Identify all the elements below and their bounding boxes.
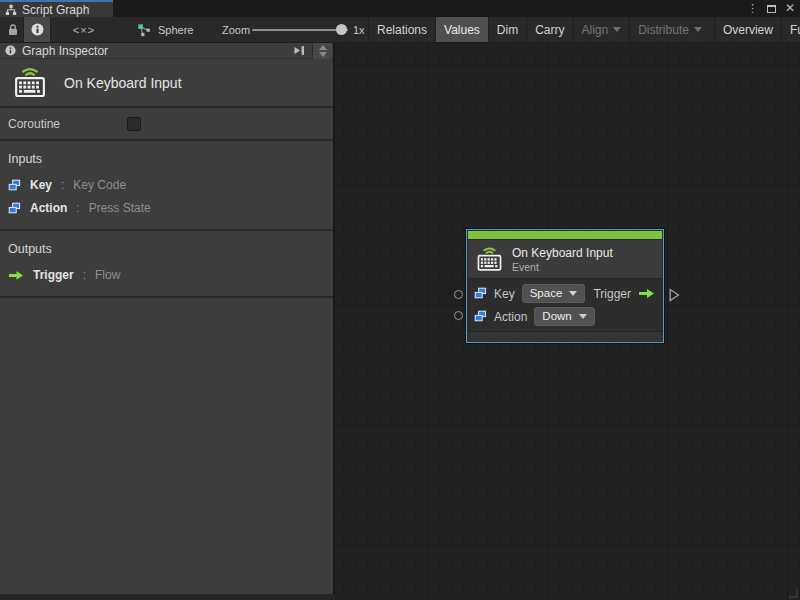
relations-button[interactable]: Relations <box>368 17 435 42</box>
keyboard-icon <box>476 246 503 273</box>
chevron-down-icon <box>613 27 621 32</box>
edit-source-button[interactable]: <×> <box>62 17 106 42</box>
key-port-label: Key <box>494 287 515 301</box>
zoom-slider-handle[interactable] <box>336 24 347 35</box>
outputs-section: Outputs Trigger : Flow <box>0 231 333 298</box>
node-row-key: Key Space Trigger <box>474 282 657 305</box>
trigger-port-label: Trigger <box>593 287 631 301</box>
port-colon: : <box>76 201 79 215</box>
toolbar-buttons: Relations Values Dim Carry Align Distrib… <box>368 17 800 42</box>
carry-button[interactable]: Carry <box>526 17 572 42</box>
outputs-heading: Outputs <box>8 242 333 256</box>
value-port-icon <box>8 202 21 215</box>
key-input-port-connector[interactable] <box>454 290 463 299</box>
caret-down-icon <box>579 314 587 319</box>
node-header[interactable]: On Keyboard Input Event <box>468 240 662 279</box>
scroll-down-icon[interactable] <box>319 52 327 57</box>
tab-label: Script Graph <box>22 3 89 17</box>
inspector-header: Graph Inspector <box>0 43 333 59</box>
window-controls: ⋮ ✕ <box>747 0 795 17</box>
inspector-toggle-button[interactable] <box>23 17 51 42</box>
node-row-action: Action Down <box>474 305 657 328</box>
target-name-label: Sphere <box>158 24 193 36</box>
dock-panel-button[interactable] <box>291 44 307 57</box>
dim-button[interactable]: Dim <box>488 17 526 42</box>
action-port-label: Action <box>494 310 527 324</box>
action-value-dropdown[interactable]: Down <box>534 307 594 326</box>
values-button[interactable]: Values <box>435 17 488 42</box>
port-name: Trigger <box>33 268 74 282</box>
node-event-accent-bar <box>468 231 662 239</box>
node-subtitle: Event <box>512 261 613 273</box>
value-port-icon <box>474 287 487 300</box>
resize-grip[interactable] <box>789 589 798 598</box>
zoom-slider-track <box>252 29 348 31</box>
script-graph-window: Script Graph ⋮ ✕ <box>0 0 800 600</box>
value-port-icon <box>8 179 21 192</box>
lock-button[interactable] <box>5 17 21 42</box>
close-icon[interactable]: ✕ <box>785 0 795 17</box>
full-screen-button[interactable]: Full Screen <box>781 17 800 42</box>
distribute-dropdown[interactable]: Distribute <box>629 17 710 42</box>
inspector-title: Graph Inspector <box>22 44 108 58</box>
info-icon <box>31 23 44 36</box>
node-body: Key Space Trigger <box>467 279 663 331</box>
port-type: Press State <box>89 201 151 215</box>
code-icon: <×> <box>73 24 95 36</box>
coroutine-checkbox[interactable] <box>127 117 141 131</box>
port-colon: : <box>61 178 64 192</box>
port-name: Action <box>30 201 67 215</box>
chevron-down-icon <box>694 27 702 32</box>
info-icon <box>5 45 16 56</box>
inspected-unit-title: On Keyboard Input <box>64 75 182 91</box>
tab-script-graph[interactable]: Script Graph <box>0 0 113 17</box>
panel-scroll-spinner[interactable] <box>312 43 332 59</box>
maximize-icon[interactable] <box>767 5 776 13</box>
inspected-unit-header: On Keyboard Input <box>0 59 333 108</box>
zoom-slider[interactable] <box>252 17 348 42</box>
keyboard-icon <box>13 66 47 100</box>
window-menu-icon[interactable]: ⋮ <box>747 0 758 17</box>
coroutine-setting-row: Coroutine <box>0 108 333 141</box>
graph-network-icon <box>137 23 151 37</box>
inspector-bottom-band <box>0 594 335 600</box>
port-name: Key <box>30 178 52 192</box>
port-row-action: Action : Press State <box>0 197 333 220</box>
coroutine-label: Coroutine <box>8 117 60 131</box>
zoom-label: Zoom <box>222 24 250 36</box>
node-on-keyboard-input[interactable]: On Keyboard Input Event Key Space Tr <box>466 229 664 343</box>
graph-toolbar: <×> Sphere Zoom 1x Relations V <box>0 17 800 43</box>
port-type: Key Code <box>73 178 126 192</box>
node-footer <box>468 331 662 341</box>
value-port-icon <box>474 310 487 323</box>
trigger-port[interactable]: Trigger <box>593 287 657 301</box>
port-row-trigger: Trigger : Flow <box>0 264 333 287</box>
tab-bar: Script Graph ⋮ ✕ <box>0 0 800 17</box>
zoom-value: 1x <box>353 24 365 36</box>
graph-inspector-panel: Graph Inspector <box>0 43 335 594</box>
trigger-output-port-connector[interactable] <box>669 288 680 302</box>
port-colon: : <box>83 268 86 282</box>
align-dropdown[interactable]: Align <box>573 17 630 42</box>
flow-arrow-icon <box>638 288 655 299</box>
inputs-heading: Inputs <box>8 152 333 166</box>
port-type: Flow <box>95 268 120 282</box>
node-title: On Keyboard Input <box>512 246 613 260</box>
action-input-port-connector[interactable] <box>454 311 463 320</box>
hierarchy-graph-icon <box>5 4 17 16</box>
flow-arrow-icon <box>8 270 24 281</box>
lock-icon <box>7 23 19 36</box>
scroll-up-icon[interactable] <box>319 45 327 50</box>
overview-button[interactable]: Overview <box>714 17 781 42</box>
key-value-dropdown[interactable]: Space <box>522 284 586 303</box>
caret-down-icon <box>569 291 577 296</box>
inputs-section: Inputs Key : Key Code <box>0 141 333 231</box>
port-row-key: Key : Key Code <box>0 174 333 197</box>
graph-target[interactable]: Sphere <box>137 17 193 42</box>
